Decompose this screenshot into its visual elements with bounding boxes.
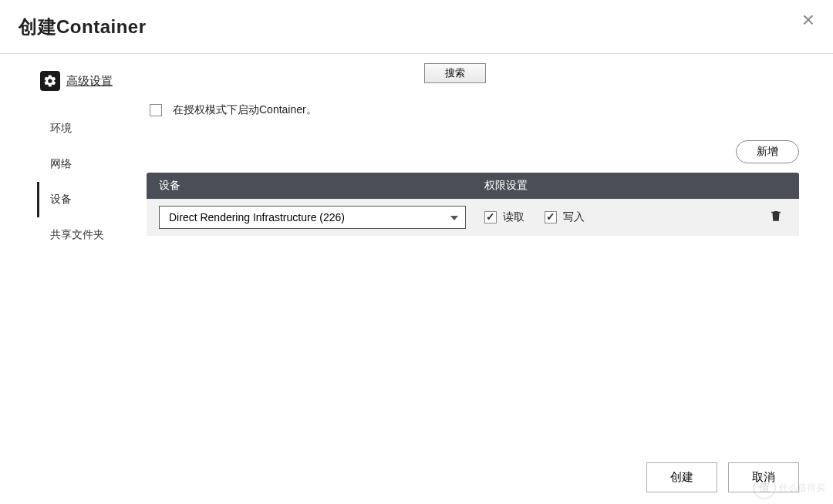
sidebar-item-network[interactable]: 网络 <box>37 146 147 182</box>
device-table: 设备 权限设置 Direct Rendering Infrastructure … <box>147 173 799 236</box>
gear-icon <box>40 71 60 91</box>
dialog-title: 创建Container <box>19 15 147 39</box>
privileged-checkbox[interactable] <box>150 104 162 116</box>
th-device: 设备 <box>147 179 478 193</box>
cancel-button[interactable]: 取消 <box>728 462 799 492</box>
sidebar-item-shared[interactable]: 共享文件夹 <box>37 217 147 253</box>
advanced-settings-header: 高级设置 <box>40 71 147 91</box>
read-label: 读取 <box>503 210 524 224</box>
add-button[interactable]: 新增 <box>736 140 799 163</box>
table-row: Direct Rendering Infrastructure (226) 读取… <box>147 199 799 236</box>
advanced-settings-link[interactable]: 高级设置 <box>66 74 113 89</box>
dialog-footer: 创建 取消 <box>0 450 833 504</box>
trash-icon[interactable] <box>769 209 783 226</box>
sidebar-nav: 环境 网络 设备 共享文件夹 <box>37 111 147 253</box>
write-checkbox[interactable] <box>545 211 557 223</box>
dialog-titlebar: 创建Container × <box>0 0 833 54</box>
sidebar-item-env[interactable]: 环境 <box>37 111 147 146</box>
th-perm: 权限设置 <box>478 179 799 193</box>
device-select[interactable]: Direct Rendering Infrastructure (226) <box>159 206 466 229</box>
close-icon[interactable]: × <box>802 9 814 31</box>
privileged-label: 在授权模式下启动Container。 <box>173 103 317 117</box>
create-button[interactable]: 创建 <box>646 462 717 492</box>
read-checkbox[interactable] <box>484 211 497 223</box>
sidebar-item-device[interactable]: 设备 <box>37 182 147 217</box>
search-button[interactable]: 搜索 <box>424 63 486 83</box>
write-label: 写入 <box>563 210 585 224</box>
